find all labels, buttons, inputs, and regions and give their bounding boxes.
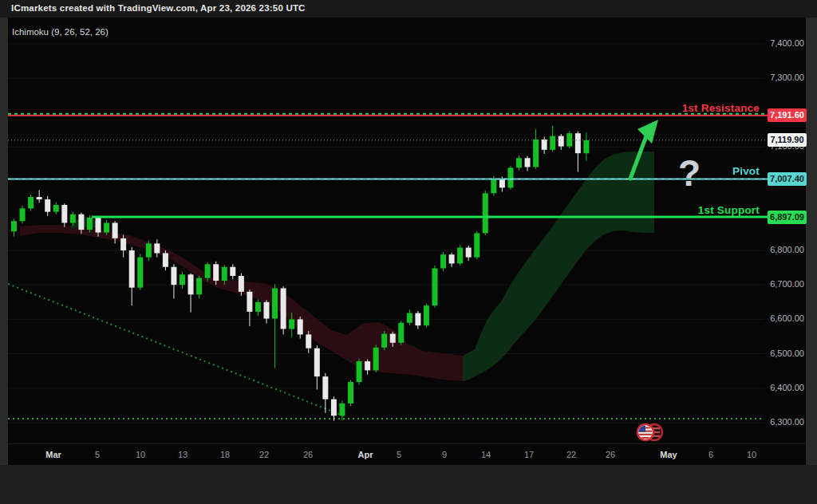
watermark-title: ICmarkets created with TradingView.com, … [11,3,306,13]
price-tick-label: 6,700.00 [770,279,804,289]
footer-bar: TradingView [0,465,817,504]
header-bar: ICmarkets created with TradingView.com, … [0,0,817,18]
question-mark-annotation[interactable]: ? [678,152,701,195]
price-tag-first-support: 6,897.09 [768,211,807,224]
price-tick-label: 6,600.00 [770,313,804,323]
time-tick-label: 13 [178,450,187,459]
time-tick-label: 10 [136,450,145,459]
chart-canvas[interactable] [8,18,806,465]
economic-event-flag-icon[interactable] [635,421,665,443]
time-tick-label: May [660,450,677,459]
price-tick-label: 6,800.00 [770,245,804,254]
level-label-pivot: Pivot [732,165,760,177]
time-tick-label: 18 [220,450,230,459]
ichimoku-cloud [20,152,654,381]
time-tick-label: Mar [45,450,61,459]
time-axis[interactable]: Mar51013182226Apr5914172226May610 [8,443,806,466]
time-tick-label: 26 [606,450,615,459]
indicator-label[interactable]: Ichimoku (9, 26, 52, 26) [12,27,109,37]
time-tick-label: 5 [95,450,100,459]
time-tick-label: 26 [303,450,313,459]
time-tick-label: 22 [566,450,576,459]
price-tick-label: 7,300.00 [770,73,804,82]
chart-pane[interactable]: Ichimoku (9, 26, 52, 26) Mar51013182226A… [8,18,806,465]
time-tick-label: 9 [442,450,447,459]
candles-layer [11,126,589,421]
level-label-first-support: 1st Support [698,204,760,216]
time-tick-label: 14 [481,450,491,459]
time-tick-label: Apr [358,450,373,459]
time-tick-label: 10 [747,450,756,459]
price-tag-first-resistance: 7,191.60 [768,108,807,122]
time-tick-label: 22 [259,450,269,459]
price-tick-label: 6,500.00 [770,348,804,358]
price-tag-pivot: 7,007.40 [768,172,807,186]
time-tick-label: 5 [397,450,401,459]
price-tag-last-price: 7,119.90 [768,133,807,147]
price-tick-label: 6,400.00 [770,383,804,392]
price-tick-label: 6,300.00 [770,417,804,427]
time-tick-label: 17 [524,450,534,459]
level-label-first-resistance: 1st Resistance [682,102,760,114]
price-tick-label: 7,400.00 [770,38,804,48]
tradingview-chart-window: ICmarkets created with TradingView.com, … [0,0,817,504]
time-tick-label: 6 [708,450,713,459]
